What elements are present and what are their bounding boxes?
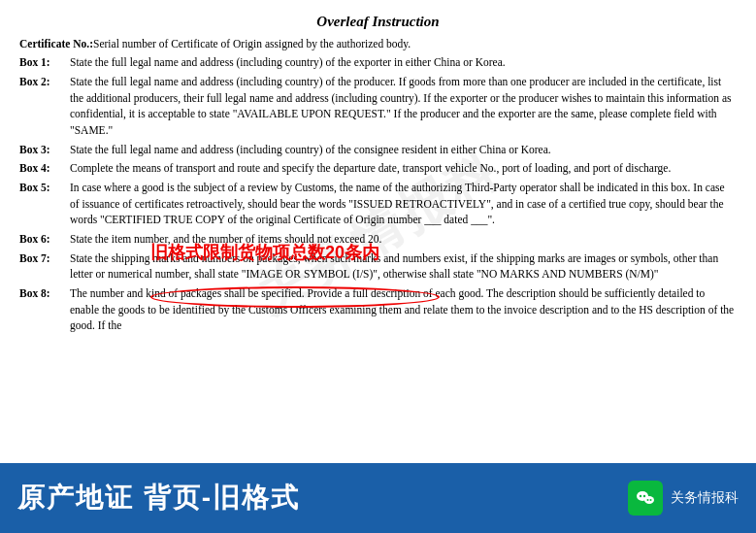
box5-row: Box 5: In case where a good is the subje… [19, 180, 737, 228]
svg-point-2 [643, 495, 645, 497]
circle-annotation [150, 286, 440, 308]
document-area: 关务情报科 Overleaf Instruction Certificate N… [0, 0, 756, 463]
wechat-icon [628, 481, 663, 516]
wechat-info: 关务情报科 [628, 481, 739, 516]
box4-row: Box 4: Complete the means of transport a… [19, 160, 737, 177]
box6-label: Box 6: [19, 231, 70, 248]
bottom-bar: 原产地证 背页-旧格式 关务情报科 [0, 463, 756, 533]
box5-text: In case where a good is the subject of a… [70, 180, 737, 228]
svg-point-5 [650, 499, 652, 501]
cert-no-label: Certificate No.: [19, 36, 93, 52]
bottom-title: 原产地证 背页-旧格式 [17, 480, 300, 516]
box7-label: Box 7: [19, 250, 70, 283]
box4-label: Box 4: [19, 160, 70, 177]
box1-row: Box 1: State the full legal name and add… [19, 54, 737, 71]
main-container: 关务情报科 Overleaf Instruction Certificate N… [0, 0, 756, 533]
box4-text: Complete the means of transport and rout… [70, 160, 737, 177]
svg-point-3 [644, 496, 654, 504]
red-annotation-text: 旧格式限制货物项总数20条内 [150, 241, 379, 264]
wechat-name: 关务情报科 [671, 489, 739, 507]
box1-text: State the full legal name and address (i… [70, 54, 737, 71]
box2-row: Box 2: State the full legal name and add… [19, 74, 737, 139]
doc-content: Overleaf Instruction Certificate No.: Se… [19, 14, 737, 334]
box8-label: Box 8: [19, 285, 70, 334]
box2-label: Box 2: [19, 74, 70, 139]
box2-text: State the full legal name and address (i… [70, 74, 737, 139]
box3-row: Box 3: State the full legal name and add… [19, 142, 737, 158]
svg-point-1 [640, 495, 641, 497]
box3-label: Box 3: [19, 142, 70, 158]
box3-text: State the full legal name and address (i… [70, 142, 737, 158]
box1-label: Box 1: [19, 54, 70, 71]
doc-title: Overleaf Instruction [19, 14, 737, 30]
cert-no-text: Serial number of Certificate of Origin a… [93, 36, 737, 52]
svg-point-4 [647, 499, 649, 501]
box5-label: Box 5: [19, 180, 70, 228]
cert-no-row: Certificate No.: Serial number of Certif… [19, 36, 737, 52]
